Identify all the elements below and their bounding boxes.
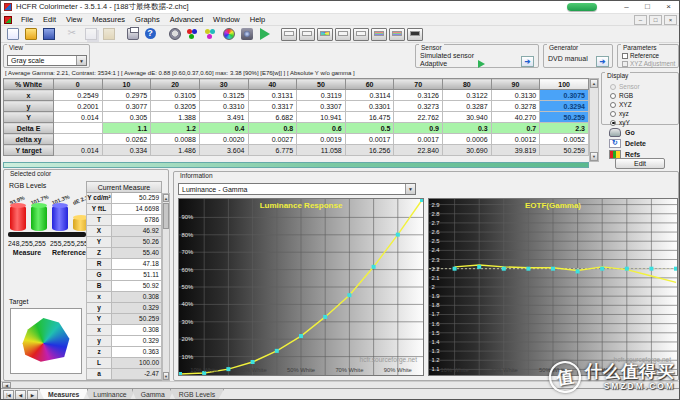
menu-window[interactable]: Window (208, 15, 245, 24)
table-cell[interactable]: 0.3130 (491, 90, 540, 101)
column-header-0[interactable]: 0 (54, 79, 103, 90)
maximize-icon[interactable]: □ (637, 1, 658, 13)
view-luminance-button[interactable] (334, 27, 351, 42)
measure-primaries-button[interactable] (184, 27, 201, 42)
menu-file[interactable]: File (16, 15, 38, 24)
menu-graphs[interactable]: Graphs (130, 15, 165, 24)
table-cell[interactable]: 30.940 (443, 112, 492, 123)
table-cell[interactable]: 1.388 (151, 112, 200, 123)
tab-nav-1[interactable]: ◀ (15, 390, 26, 400)
table-cell[interactable]: 0.3287 (443, 101, 492, 112)
table-cell[interactable]: 0.2001 (54, 101, 103, 112)
reference-checkbox[interactable]: Reference (622, 52, 659, 59)
scroll-up-icon[interactable]: ▲ (163, 194, 169, 202)
table-cell[interactable]: 0.0020 (199, 134, 248, 145)
table-cell[interactable]: 3.604 (199, 145, 248, 156)
table-cell[interactable]: 11.058 (297, 145, 346, 156)
view-gamut-button[interactable] (316, 27, 333, 42)
information-view-dropdown[interactable]: Luminance - Gamma ▼ (178, 183, 416, 195)
new-file-button[interactable] (4, 27, 21, 42)
menu-view[interactable]: View (61, 15, 87, 24)
table-cell[interactable]: 40.270 (491, 112, 540, 123)
column-header-20[interactable]: 20 (151, 79, 200, 90)
table-cell[interactable]: 0.6 (297, 123, 346, 134)
chevron-down-icon[interactable]: ▼ (405, 184, 415, 194)
table-cell[interactable]: 16.256 (345, 145, 394, 156)
table-cell[interactable]: 22.762 (394, 112, 443, 123)
mdi-minimize-icon[interactable]: – (634, 15, 647, 25)
table-cell[interactable]: 6.775 (248, 145, 297, 156)
current-measure-scrollbar[interactable]: ▲ ▼ (162, 193, 170, 381)
table-cell[interactable]: 0.3131 (248, 90, 297, 101)
table-cell[interactable]: 0.5 (345, 123, 394, 134)
table-cell[interactable]: 0.3126 (394, 90, 443, 101)
column-header-30[interactable]: 30 (199, 79, 248, 90)
table-cell[interactable]: 0.7 (491, 123, 540, 134)
column-header-50[interactable]: 50 (297, 79, 346, 90)
table-cell[interactable]: 50.259 (540, 145, 589, 156)
column-header-40[interactable]: 40 (248, 79, 297, 90)
table-cell[interactable]: 16.475 (345, 112, 394, 123)
view-rgb-levels-button[interactable] (370, 27, 387, 42)
table-cell[interactable]: 2.3 (540, 123, 589, 134)
table-cell[interactable]: 0.014 (54, 112, 103, 123)
table-cell[interactable]: 0.0052 (540, 134, 589, 145)
chevron-down-icon[interactable]: ▼ (76, 56, 86, 65)
table-cell[interactable]: 0.3114 (345, 90, 394, 101)
menu-advanced[interactable]: Advanced (165, 15, 208, 24)
run-measures-button[interactable] (256, 27, 273, 42)
table-cell[interactable]: 0.3075 (540, 90, 589, 101)
menu-measures[interactable]: Measures (87, 15, 130, 24)
table-cell[interactable]: 30.690 (443, 145, 492, 156)
table-cell[interactable]: 0.3294 (540, 101, 589, 112)
table-cell[interactable]: 0.3122 (443, 90, 492, 101)
table-cell[interactable]: 0.3307 (297, 101, 346, 112)
tab-rgb-levels[interactable]: RGB Levels (170, 389, 224, 400)
table-cell[interactable]: 0.4 (199, 123, 248, 134)
display-option-rgb[interactable]: RGB (610, 91, 633, 100)
table-cell[interactable]: 0.3125 (199, 90, 248, 101)
column-header-90[interactable]: 90 (491, 79, 540, 90)
table-cell[interactable]: 0.9 (394, 123, 443, 134)
generator-config-button[interactable]: ➔ (596, 56, 609, 67)
table-cell[interactable]: 39.819 (491, 145, 540, 156)
table-cell[interactable]: 22.840 (394, 145, 443, 156)
tab-nav-2[interactable]: ▶ (27, 390, 38, 400)
table-cell[interactable]: 0.0017 (345, 134, 394, 145)
table-cell[interactable]: 0.3077 (102, 101, 151, 112)
table-cell[interactable]: 0.3317 (248, 101, 297, 112)
table-cell[interactable]: 0.014 (54, 145, 103, 156)
view-cie-button[interactable] (298, 27, 315, 42)
view-color-temp-button[interactable] (388, 27, 405, 42)
table-cell[interactable]: 0.3105 (151, 90, 200, 101)
table-cell[interactable]: 1.486 (151, 145, 200, 156)
table-cell[interactable] (54, 134, 103, 145)
display-option-xyz[interactable]: xyz (610, 109, 629, 118)
table-cell[interactable]: 0.0006 (443, 134, 492, 145)
table-cell[interactable]: 0.0027 (248, 134, 297, 145)
reference-label[interactable]: Reference (47, 249, 91, 256)
table-cell[interactable]: 0.3205 (151, 101, 200, 112)
mdi-close-icon[interactable]: × (664, 15, 677, 25)
table-cell[interactable]: 3.491 (199, 112, 248, 123)
column-header-80[interactable]: 80 (443, 79, 492, 90)
table-horizontal-scrollbar[interactable] (3, 162, 589, 168)
view-mode-dropdown[interactable]: Gray scale ▼ (7, 55, 87, 66)
scroll-up-icon[interactable]: ▲ (590, 79, 598, 88)
table-cell[interactable]: 0.3278 (491, 101, 540, 112)
column-header-10[interactable]: 10 (102, 79, 151, 90)
help-button[interactable] (142, 27, 159, 42)
view-histogram-button[interactable] (406, 27, 423, 42)
tab-luminance[interactable]: Luminance (84, 389, 135, 400)
delete-button[interactable]: Delete (603, 138, 677, 149)
table-cell[interactable]: 0.334 (102, 145, 151, 156)
table-cell[interactable] (54, 123, 103, 134)
table-cell[interactable]: 6.682 (248, 112, 297, 123)
close-icon[interactable]: × (658, 1, 679, 13)
tab-measures[interactable]: Measures (39, 389, 88, 400)
mdi-restore-icon[interactable]: □ (649, 15, 662, 25)
minimize-icon[interactable]: – (616, 1, 637, 13)
table-cell[interactable]: 0.3273 (394, 101, 443, 112)
table-cell[interactable]: 0.2975 (102, 90, 151, 101)
table-cell[interactable]: 0.2549 (54, 90, 103, 101)
